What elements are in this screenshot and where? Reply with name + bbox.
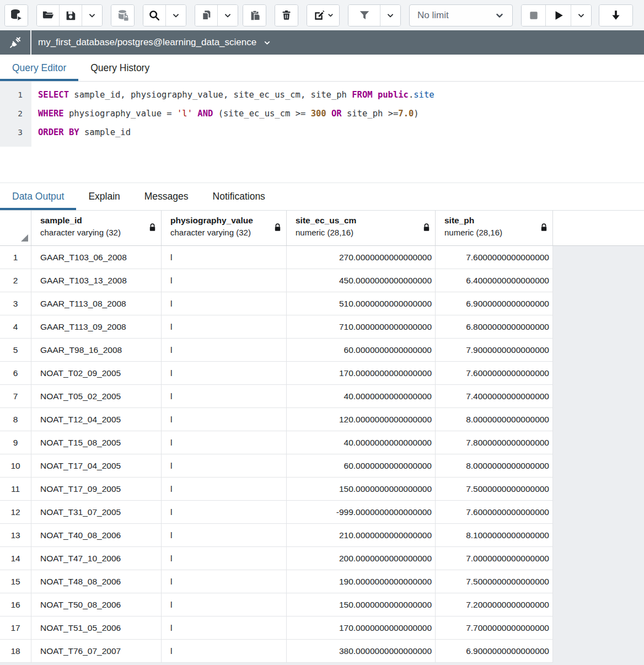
row-number-cell[interactable]: 2 (0, 269, 31, 292)
row-number-cell[interactable]: 12 (0, 501, 31, 523)
cell-sample-id[interactable]: NOAT_T51_05_2006 (31, 616, 162, 639)
find-dropdown-button[interactable] (166, 5, 186, 26)
column-header-site-ph[interactable]: site_phnumeric (28,16) (436, 211, 553, 245)
cell-site-ph[interactable]: 8.0000000000000000 (436, 454, 553, 477)
cell-sample-id[interactable]: GAAR_T113_09_2008 (31, 315, 162, 338)
cell-physiography-value[interactable]: l (162, 593, 287, 616)
filter-dropdown-button[interactable] (380, 5, 400, 26)
cell-site-ec-us-cm[interactable]: 170.0000000000000000 (287, 362, 436, 384)
tab-explain[interactable]: Explain (76, 183, 132, 210)
save-dropdown-button[interactable] (82, 5, 102, 26)
row-number-cell[interactable]: 3 (0, 292, 31, 315)
cell-sample-id[interactable]: NOAT_T47_10_2006 (31, 547, 162, 570)
cell-site-ph[interactable]: 8.1000000000000000 (436, 524, 553, 546)
cell-physiography-value[interactable]: l (162, 454, 287, 477)
row-number-cell[interactable]: 18 (0, 640, 31, 662)
cell-site-ph[interactable]: 7.5000000000000000 (436, 570, 553, 593)
cell-site-ec-us-cm[interactable]: 200.0000000000000000 (287, 547, 436, 570)
cell-site-ec-us-cm[interactable]: -999.0000000000000000 (287, 501, 436, 523)
cell-site-ph[interactable]: 7.4000000000000000 (436, 385, 553, 407)
cell-physiography-value[interactable]: l (162, 640, 287, 662)
cell-physiography-value[interactable]: l (162, 246, 287, 269)
cell-physiography-value[interactable]: l (162, 501, 287, 523)
execute-dropdown-button[interactable] (571, 5, 591, 26)
save-data-changes-button[interactable] (111, 5, 134, 26)
find-button[interactable] (143, 5, 166, 26)
cell-site-ph[interactable]: 7.6000000000000000 (436, 501, 553, 523)
cell-physiography-value[interactable]: l (162, 431, 287, 454)
row-number-cell[interactable]: 9 (0, 431, 31, 454)
cell-sample-id[interactable]: NOAT_T15_08_2005 (31, 431, 162, 454)
cell-site-ec-us-cm[interactable]: 380.0000000000000000 (287, 640, 436, 662)
row-number-cell[interactable]: 6 (0, 362, 31, 384)
cell-physiography-value[interactable]: l (162, 408, 287, 431)
cell-site-ph[interactable]: 7.2000000000000000 (436, 593, 553, 616)
cell-sample-id[interactable]: GAAR_T103_13_2008 (31, 269, 162, 292)
query-tool-button[interactable] (5, 5, 28, 26)
cell-site-ph[interactable]: 8.0000000000000000 (436, 408, 553, 431)
cell-site-ph[interactable]: 6.9000000000000000 (436, 640, 553, 662)
tab-query-editor[interactable]: Query Editor (0, 55, 78, 81)
cell-site-ph[interactable]: 7.6000000000000000 (436, 246, 553, 269)
cell-site-ec-us-cm[interactable]: 120.0000000000000000 (287, 408, 436, 431)
cell-site-ph[interactable]: 7.8000000000000000 (436, 431, 553, 454)
cell-site-ph[interactable]: 6.9000000000000000 (436, 292, 553, 315)
cell-site-ec-us-cm[interactable]: 710.0000000000000000 (287, 315, 436, 338)
cell-sample-id[interactable]: NOAT_T31_07_2005 (31, 501, 162, 523)
cell-physiography-value[interactable]: l (162, 269, 287, 292)
cell-site-ec-us-cm[interactable]: 150.0000000000000000 (287, 593, 436, 616)
cell-site-ec-us-cm[interactable]: 450.0000000000000000 (287, 269, 436, 292)
delete-button[interactable] (275, 5, 298, 26)
cell-sample-id[interactable]: NOAT_T17_04_2005 (31, 454, 162, 477)
row-limit-select[interactable]: No limit (409, 4, 513, 26)
cell-sample-id[interactable]: NOAT_T48_08_2006 (31, 570, 162, 593)
cell-site-ec-us-cm[interactable]: 150.0000000000000000 (287, 478, 436, 500)
cell-sample-id[interactable]: GAAR_T103_06_2008 (31, 246, 162, 269)
paste-button[interactable] (243, 5, 266, 26)
cell-sample-id[interactable]: NOAT_T76_07_2007 (31, 640, 162, 662)
sql-editor[interactable]: 1SELECT sample_id, physiography_value, s… (0, 82, 644, 183)
row-number-cell[interactable]: 15 (0, 570, 31, 593)
select-all-cell[interactable] (0, 211, 31, 245)
download-button[interactable] (599, 5, 632, 26)
row-number-cell[interactable]: 8 (0, 408, 31, 431)
column-header-sample-id[interactable]: sample_idcharacter varying (32) (31, 211, 162, 245)
cell-site-ph[interactable]: 6.4000000000000000 (436, 269, 553, 292)
column-header-site-ec-us-cm[interactable]: site_ec_us_cmnumeric (28,16) (287, 211, 436, 245)
row-number-cell[interactable]: 14 (0, 547, 31, 570)
cell-sample-id[interactable]: NOAT_T50_08_2006 (31, 593, 162, 616)
copy-button[interactable] (195, 5, 218, 26)
row-number-cell[interactable]: 5 (0, 339, 31, 361)
cell-site-ec-us-cm[interactable]: 210.0000000000000000 (287, 524, 436, 546)
cell-site-ec-us-cm[interactable]: 170.0000000000000000 (287, 616, 436, 639)
cell-site-ec-us-cm[interactable]: 270.0000000000000000 (287, 246, 436, 269)
cell-sample-id[interactable]: NOAT_T02_09_2005 (31, 362, 162, 384)
cell-physiography-value[interactable]: l (162, 315, 287, 338)
row-number-cell[interactable]: 13 (0, 524, 31, 546)
cell-site-ph[interactable]: 7.7000000000000000 (436, 616, 553, 639)
copy-dropdown-button[interactable] (218, 5, 238, 26)
connection-status-button[interactable] (0, 30, 31, 55)
tab-notifications[interactable]: Notifications (201, 183, 277, 210)
cell-sample-id[interactable]: GAAR_T113_08_2008 (31, 292, 162, 315)
cell-site-ec-us-cm[interactable]: 40.0000000000000000 (287, 431, 436, 454)
cell-site-ph[interactable]: 7.6000000000000000 (436, 362, 553, 384)
row-number-cell[interactable]: 4 (0, 315, 31, 338)
cell-site-ph[interactable]: 7.9000000000000000 (436, 339, 553, 361)
row-number-cell[interactable]: 7 (0, 385, 31, 407)
tab-messages[interactable]: Messages (132, 183, 201, 210)
connection-selector[interactable]: my_first_database/postgres@learning_data… (38, 30, 271, 55)
cell-site-ec-us-cm[interactable]: 60.0000000000000000 (287, 339, 436, 361)
cell-site-ph[interactable]: 7.5000000000000000 (436, 478, 553, 500)
cell-site-ph[interactable]: 6.8000000000000000 (436, 315, 553, 338)
cell-physiography-value[interactable]: l (162, 292, 287, 315)
execute-button[interactable] (546, 5, 571, 26)
tab-data-output[interactable]: Data Output (0, 183, 76, 210)
row-number-cell[interactable]: 17 (0, 616, 31, 639)
tab-query-history[interactable]: Query History (78, 55, 162, 81)
filter-button[interactable] (348, 5, 380, 26)
cell-physiography-value[interactable]: l (162, 362, 287, 384)
save-file-button[interactable] (60, 5, 82, 26)
cell-physiography-value[interactable]: l (162, 570, 287, 593)
cell-sample-id[interactable]: NOAT_T40_08_2006 (31, 524, 162, 546)
